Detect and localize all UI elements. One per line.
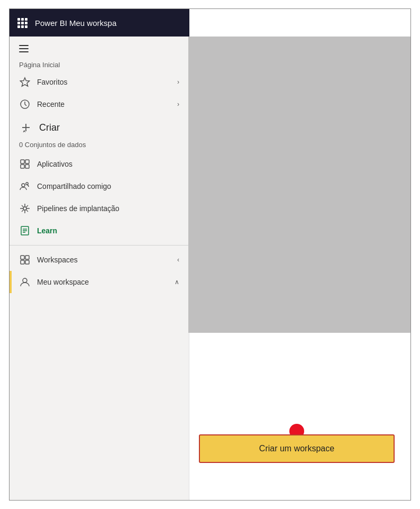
aplicativos-icon	[19, 158, 31, 170]
favoritos-label: Favoritos	[37, 78, 171, 86]
svg-rect-4	[21, 22, 24, 24]
sidebar-item-workspaces[interactable]: Workspaces ‹	[10, 249, 189, 271]
clock-icon	[19, 98, 31, 110]
svg-rect-27	[21, 256, 24, 259]
chevron-right-icon: ›	[177, 78, 179, 86]
workspaces-label: Workspaces	[37, 256, 171, 264]
learn-icon	[19, 225, 31, 237]
recente-label: Recente	[37, 100, 171, 108]
svg-rect-7	[21, 25, 24, 28]
workspaces-icon	[19, 254, 31, 266]
svg-rect-0	[17, 18, 20, 21]
chevron-up-icon: ∧	[175, 278, 179, 286]
sidebar-item-meu-workspace[interactable]: Meu workspace ∧	[10, 271, 189, 293]
svg-rect-3	[17, 22, 20, 24]
main-layout: Página Inicial Favoritos ›	[10, 37, 410, 500]
svg-rect-19	[25, 165, 29, 168]
criar-label: Criar	[39, 122, 179, 133]
share-icon	[19, 180, 31, 192]
svg-rect-11	[19, 51, 29, 52]
sidebar-item-pipelines[interactable]: Pipelines de implantação	[10, 197, 189, 220]
pagina-inicial-label: Página Inicial	[10, 57, 189, 71]
datasets-label: 0 Conjuntos de dados	[10, 140, 189, 153]
chevron-left-icon: ‹	[177, 256, 179, 263]
chevron-right-icon: ›	[177, 101, 179, 108]
svg-rect-8	[25, 25, 28, 28]
svg-rect-1	[21, 18, 24, 21]
svg-point-20	[22, 184, 25, 187]
meu-workspace-label: Meu workspace	[37, 278, 168, 286]
svg-rect-17	[25, 160, 29, 163]
sidebar-item-learn[interactable]: Learn	[10, 220, 189, 242]
header-title: Power BI Meu workspa	[35, 19, 116, 28]
star-icon	[19, 76, 31, 88]
svg-rect-9	[19, 45, 29, 46]
content-area: Criar um workspace	[189, 37, 410, 500]
pipeline-icon	[19, 203, 31, 214]
create-workspace-container: Criar um workspace	[194, 429, 400, 468]
sidebar: Página Inicial Favoritos ›	[10, 37, 189, 500]
sidebar-item-favoritos[interactable]: Favoritos ›	[10, 71, 189, 93]
criar-icon	[19, 121, 33, 134]
learn-label: Learn	[37, 226, 179, 235]
svg-rect-30	[25, 260, 29, 264]
svg-marker-12	[21, 78, 30, 86]
meu-workspace-icon	[19, 276, 31, 288]
svg-rect-28	[21, 260, 24, 264]
svg-point-21	[26, 183, 28, 185]
svg-rect-6	[17, 25, 20, 28]
svg-rect-16	[21, 160, 24, 163]
grid-icon[interactable]	[17, 17, 28, 28]
divider	[10, 245, 189, 246]
hamburger-button[interactable]	[10, 37, 38, 57]
svg-point-22	[23, 207, 26, 210]
svg-rect-29	[25, 256, 29, 259]
sidebar-item-compartilhado[interactable]: Compartilhado comigo	[10, 175, 189, 197]
sidebar-item-aplicativos[interactable]: Aplicativos	[10, 153, 189, 175]
sidebar-item-criar[interactable]: Criar	[10, 115, 189, 140]
svg-rect-5	[25, 22, 28, 24]
svg-rect-18	[21, 165, 24, 168]
svg-rect-2	[25, 18, 28, 21]
app-window: Power BI Meu workspa Página Inicial	[9, 8, 411, 501]
aplicativos-label: Aplicativos	[37, 160, 179, 168]
create-workspace-button[interactable]: Criar um workspace	[199, 434, 395, 463]
gray-panel	[188, 37, 410, 333]
sidebar-item-recente[interactable]: Recente ›	[10, 93, 189, 115]
app-header: Power BI Meu workspa	[10, 9, 189, 37]
compartilhado-label: Compartilhado comigo	[37, 182, 179, 190]
pipelines-label: Pipelines de implantação	[37, 204, 179, 213]
svg-point-31	[23, 278, 27, 283]
svg-rect-10	[19, 48, 29, 49]
